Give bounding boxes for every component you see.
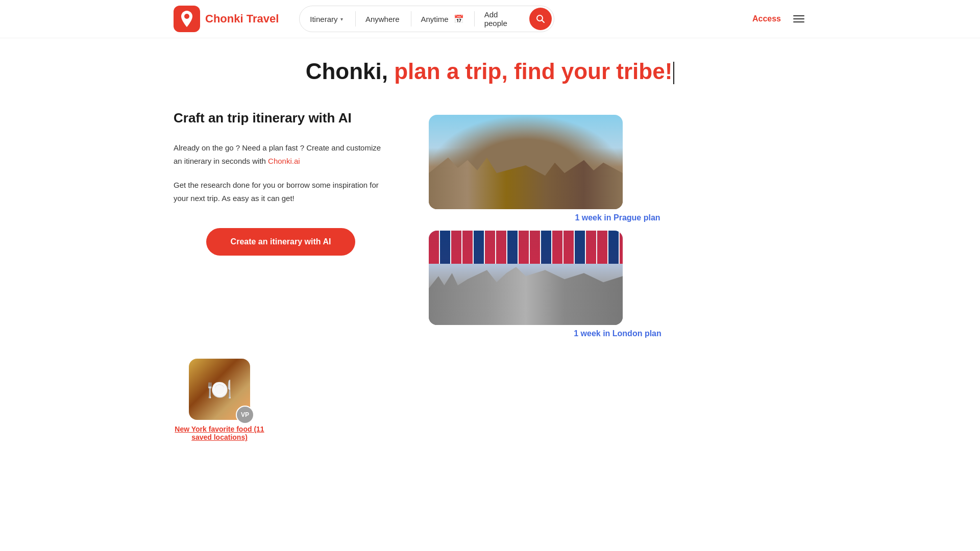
description-text-2: Get the research done for you or borrow … [174, 179, 388, 205]
craft-title: Craft an trip itinerary with AI [174, 110, 388, 127]
description-block-1: Already on the go ? Need a plan fast ? C… [174, 141, 388, 167]
search-itinerary-segment[interactable]: Itinerary ▾ [300, 6, 355, 32]
svg-point-1 [184, 14, 189, 19]
add-people-label: Add people [484, 10, 520, 28]
search-people-segment[interactable]: Add people [474, 6, 530, 32]
description-text-1: Already on the go ? Need a plan fast ? C… [174, 141, 388, 167]
calendar-icon: 📅 [454, 14, 464, 24]
left-panel: Craft an trip itinerary with AI Already … [174, 110, 388, 338]
search-icon [536, 14, 545, 23]
search-button[interactable] [529, 8, 552, 30]
search-anytime-segment[interactable]: Anytime 📅 [411, 6, 474, 32]
menu-line-3 [793, 21, 804, 22]
chonki-ai-link[interactable]: Chonki.ai [268, 157, 300, 165]
hero-section: Chonki, plan a trip, find your tribe! [0, 38, 980, 94]
avatar-badge: VP [236, 406, 254, 424]
hero-title: Chonki, plan a trip, find your tribe! [0, 59, 980, 84]
prague-image [429, 115, 623, 209]
food-card: VP New York favorite food (11 saved loca… [174, 359, 265, 441]
description-block-2: Get the research done for you or borrow … [174, 179, 388, 205]
london-card: 1 week in London plan [429, 231, 806, 338]
menu-line-2 [793, 18, 804, 19]
create-itinerary-button[interactable]: Create an itinerary with AI [206, 228, 356, 256]
london-link[interactable]: 1 week in London plan [429, 329, 806, 338]
cursor-blink [673, 62, 674, 84]
search-anywhere-segment[interactable]: Anywhere [355, 6, 411, 32]
anywhere-label: Anywhere [365, 15, 400, 23]
logo-area[interactable]: Chonki Travel [174, 6, 279, 32]
prague-link[interactable]: 1 week in Prague plan [429, 213, 806, 222]
cta-wrapper: Create an itinerary with AI [174, 220, 388, 256]
food-card-link[interactable]: New York favorite food (11 saved locatio… [174, 425, 265, 441]
menu-line-1 [793, 15, 804, 16]
itinerary-label: Itinerary [310, 15, 337, 23]
header-actions: Access [752, 13, 806, 24]
chevron-down-icon: ▾ [340, 16, 343, 22]
hero-title-start: Chonki, [306, 59, 388, 84]
header: Chonki Travel Itinerary ▾ Anywhere Anyti… [0, 0, 980, 38]
access-button[interactable]: Access [752, 14, 781, 23]
london-image [429, 231, 623, 325]
logo-icon [174, 6, 200, 32]
brand-name: Chonki Travel [205, 12, 279, 26]
anytime-label: Anytime [421, 15, 449, 23]
menu-button[interactable] [791, 13, 806, 24]
main-content: Craft an trip itinerary with AI Already … [0, 110, 980, 338]
bottom-section: VP New York favorite food (11 saved loca… [0, 338, 980, 441]
food-image-wrapper: VP [189, 359, 250, 420]
hero-title-highlight: plan a trip, find your tribe! [388, 59, 672, 84]
svg-line-3 [542, 20, 544, 22]
search-bar: Itinerary ▾ Anywhere Anytime 📅 Add peopl… [299, 6, 554, 32]
right-panel: 1 week in Prague plan 1 week in London p… [429, 110, 806, 338]
prague-card: 1 week in Prague plan [429, 115, 806, 222]
